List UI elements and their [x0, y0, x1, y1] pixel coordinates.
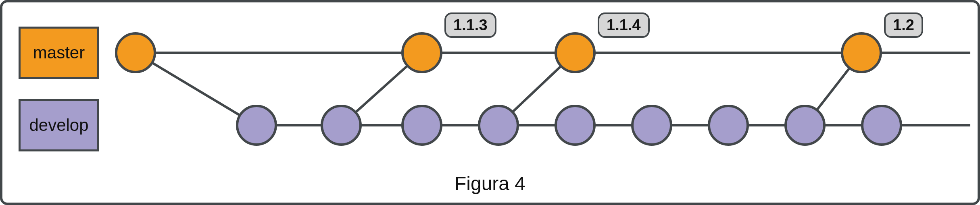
- commit-develop: [862, 106, 901, 145]
- branch-label-master: master: [19, 27, 99, 79]
- tag-pill: 1.1.4: [598, 12, 650, 38]
- figure-caption: Figura 4: [2, 172, 978, 195]
- svg-line-2: [136, 53, 256, 125]
- commit-develop: [709, 106, 748, 145]
- commit-develop: [402, 106, 441, 145]
- commit-develop: [786, 106, 824, 145]
- branch-label-develop: develop: [19, 99, 99, 151]
- tag-text: 1.1.3: [453, 17, 488, 33]
- commit-master: [842, 33, 881, 72]
- commit-master: [556, 33, 594, 72]
- figure-frame: master develop 1.1.31.1.41.2 Figura 4: [0, 0, 980, 205]
- branch-label-master-text: master: [33, 43, 85, 62]
- tag-text: 1.2: [893, 17, 914, 33]
- figure-caption-text: Figura 4: [455, 173, 525, 194]
- commit-develop: [479, 106, 518, 145]
- branch-label-develop-text: develop: [29, 116, 88, 135]
- commit-develop: [237, 106, 276, 145]
- commit-develop: [632, 106, 671, 145]
- commit-develop: [556, 106, 594, 145]
- tag-text: 1.1.4: [607, 17, 641, 33]
- commit-master: [116, 33, 155, 72]
- tag-pill: 1.1.3: [444, 12, 496, 38]
- commit-develop: [322, 106, 361, 145]
- tag-pill: 1.2: [884, 12, 923, 38]
- commit-master: [402, 33, 441, 72]
